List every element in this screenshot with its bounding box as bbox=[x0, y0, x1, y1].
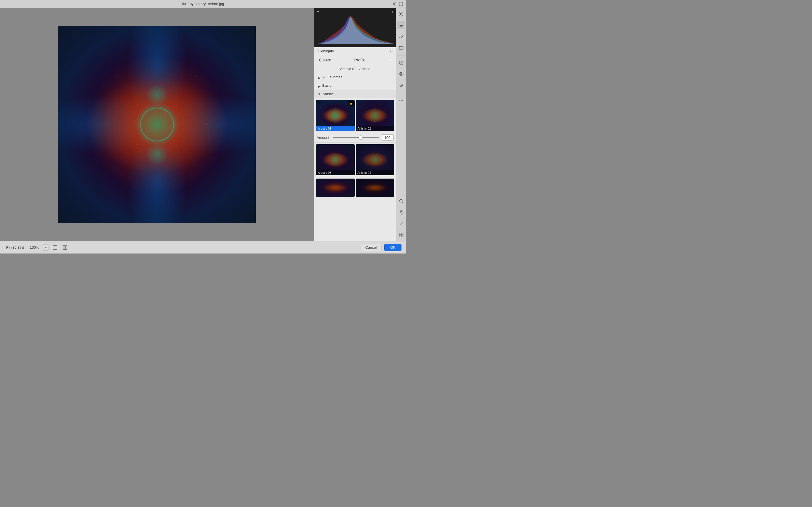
adjustments-icon bbox=[399, 11, 404, 17]
swirl-center bbox=[140, 108, 174, 142]
svg-rect-11 bbox=[399, 233, 401, 235]
canvas-area bbox=[0, 8, 314, 241]
split-view-icon bbox=[63, 245, 68, 250]
amount-row: Amount bbox=[314, 133, 396, 143]
svg-rect-15 bbox=[53, 245, 57, 249]
amount-slider-track bbox=[333, 137, 379, 138]
swirl-overlay bbox=[58, 26, 256, 223]
split-view-button[interactable] bbox=[61, 244, 69, 251]
svg-point-0 bbox=[394, 3, 395, 4]
svg-point-6 bbox=[401, 85, 402, 86]
ok-button[interactable]: OK bbox=[384, 244, 402, 251]
window-title: tip1_symmetry_before.jpg bbox=[182, 2, 224, 6]
back-label: Back bbox=[323, 58, 331, 62]
preset-01-center bbox=[328, 108, 342, 122]
rectangle-icon bbox=[399, 45, 404, 50]
title-bar-controls bbox=[392, 2, 403, 6]
preset-artistic-02[interactable]: Artistic 02 bbox=[356, 100, 395, 131]
rectangle-tool-button[interactable] bbox=[397, 44, 405, 52]
single-view-icon bbox=[52, 245, 57, 250]
artistic-section: ▼ Artistic ★ Artistic 01 bbox=[314, 90, 396, 241]
brush-tool-button[interactable] bbox=[397, 220, 405, 228]
pencil-icon bbox=[399, 34, 404, 39]
artistic-toggle-icon: ▼ bbox=[318, 93, 321, 96]
preset-03-center bbox=[329, 154, 342, 166]
basic-section[interactable]: ▶ Basic bbox=[314, 81, 396, 90]
filter-icon bbox=[399, 23, 404, 28]
svg-point-10 bbox=[400, 200, 402, 202]
add-tool-button[interactable] bbox=[397, 59, 405, 67]
histogram-svg bbox=[317, 13, 394, 44]
preset-03-label: Artistic 03 bbox=[316, 170, 355, 175]
histogram-canvas bbox=[317, 13, 394, 44]
particles-overlay bbox=[58, 26, 256, 223]
title-bar: tip1_symmetry_before.jpg bbox=[0, 0, 406, 8]
amount-slider-thumb bbox=[359, 135, 363, 139]
expand-button[interactable] bbox=[399, 2, 403, 6]
preset-grid-row2: Artistic 03 Artistic 04 bbox=[314, 143, 396, 177]
highlights-value: 0 bbox=[391, 49, 393, 53]
pencil-tool-button[interactable] bbox=[397, 33, 405, 41]
histogram-section: ▲ + bbox=[314, 8, 396, 47]
brush-icon bbox=[399, 221, 404, 226]
search-tool-button[interactable] bbox=[397, 197, 405, 205]
artistic-label: Artistic bbox=[322, 92, 334, 96]
eye-tool-button[interactable] bbox=[397, 70, 405, 78]
preset-artistic-01[interactable]: ★ Artistic 01 bbox=[316, 100, 355, 131]
amount-input[interactable] bbox=[381, 134, 394, 140]
preset-artistic-05[interactable] bbox=[316, 179, 355, 197]
hand-icon bbox=[399, 210, 404, 215]
single-view-button[interactable] bbox=[51, 244, 59, 251]
profile-subtitle: Artistic 01 - Artistic bbox=[314, 65, 396, 73]
more-tool-button[interactable] bbox=[397, 96, 405, 104]
profile-header: Back Profile ··· bbox=[314, 55, 396, 65]
preset-artistic-03[interactable]: Artistic 03 bbox=[316, 144, 355, 175]
bottom-bar: Fit (35.3%) 100% ▼ Cancel OK bbox=[0, 241, 406, 253]
preset-artistic-06[interactable] bbox=[356, 179, 395, 197]
svg-rect-12 bbox=[402, 233, 403, 235]
preset-01-label: Artistic 01 bbox=[316, 126, 355, 131]
image-canvas[interactable] bbox=[58, 26, 256, 223]
settings-button[interactable] bbox=[392, 2, 396, 6]
fit-zoom-button[interactable]: Fit (35.3%) bbox=[4, 244, 26, 250]
zoom-dropdown-button[interactable]: ▼ bbox=[43, 244, 49, 251]
grid-icon bbox=[399, 232, 404, 237]
preset-02-center bbox=[369, 109, 381, 122]
favorites-section[interactable]: ▶ ★ Favorites bbox=[314, 73, 396, 81]
tools-bar bbox=[396, 8, 406, 241]
paint-icon bbox=[399, 83, 404, 88]
svg-rect-13 bbox=[399, 235, 401, 237]
zoom-dropdown-icon: ▼ bbox=[45, 246, 47, 249]
highlights-label: Highlights bbox=[318, 49, 334, 53]
search-icon bbox=[399, 199, 404, 204]
preset-02-label: Artistic 02 bbox=[356, 126, 395, 131]
basic-label: Basic bbox=[322, 83, 331, 88]
svg-point-8 bbox=[401, 100, 402, 101]
svg-rect-2 bbox=[399, 47, 403, 49]
amount-slider[interactable] bbox=[333, 137, 379, 138]
tools-separator-2 bbox=[398, 93, 405, 93]
artistic-section-header[interactable]: ▼ Artistic bbox=[314, 90, 396, 98]
grid-tool-button[interactable] bbox=[397, 231, 405, 239]
profile-title: Profile bbox=[354, 58, 365, 62]
filter-tool-button[interactable] bbox=[397, 21, 405, 29]
back-button[interactable]: Back bbox=[318, 58, 331, 62]
svg-point-4 bbox=[400, 73, 402, 75]
profile-more-button[interactable]: ··· bbox=[389, 57, 393, 62]
preset-artistic-04[interactable]: Artistic 04 bbox=[356, 144, 395, 175]
more-icon bbox=[399, 98, 404, 103]
basic-toggle-icon: ▶ bbox=[318, 84, 320, 87]
svg-point-9 bbox=[402, 100, 403, 101]
preset-grid: ★ Artistic 01 Artistic 02 bbox=[314, 98, 396, 133]
hand-tool-button[interactable] bbox=[397, 209, 405, 216]
main-container: ▲ + Highlights 0 bbox=[0, 8, 406, 241]
favorites-star-icon: ★ bbox=[322, 75, 326, 79]
amount-label: Amount bbox=[317, 135, 331, 140]
histogram-corner-icon: ▲ bbox=[317, 10, 319, 13]
preset-04-label: Artistic 04 bbox=[356, 170, 395, 175]
adjustments-tool-button[interactable] bbox=[397, 10, 405, 18]
zoom-100-button[interactable]: 100% bbox=[28, 244, 41, 250]
favorites-toggle-icon: ▶ bbox=[318, 76, 320, 78]
cancel-button[interactable]: Cancel bbox=[361, 244, 382, 251]
paint-tool-button[interactable] bbox=[397, 81, 405, 89]
